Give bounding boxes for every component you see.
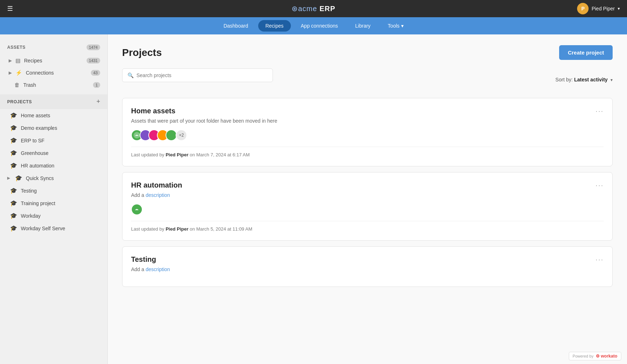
search-bar[interactable]: 🔍 (122, 68, 273, 82)
trash-icon: 🗑 (14, 82, 20, 88)
project-item-workday[interactable]: 🎓 Workday (0, 209, 107, 222)
project-label-quick-syncs: Quick Syncs (26, 175, 54, 181)
card-title-testing: Testing (131, 255, 156, 264)
avatar-hr-1 (131, 204, 143, 215)
user-menu[interactable]: P Pied Piper ▾ (577, 3, 620, 14)
sort-chevron-icon: ▾ (610, 77, 613, 82)
project-label-training-project: Training project (21, 200, 55, 206)
avatar-extra-count: +2 (176, 129, 187, 141)
sort-label: Sort by: Latest activity (556, 77, 609, 82)
project-icon-hr-automation: 🎓 (10, 162, 17, 169)
project-label-demo-examples: Demo examples (21, 125, 57, 131)
main-layout: ASSETS 1474 ▶ ▤ Recipes 1431 ▶ ⚡ Connect… (0, 34, 627, 364)
card-divider-hr-automation (131, 221, 604, 221)
card-header-testing: Testing ··· (131, 255, 604, 264)
card-divider-home-assets (131, 147, 604, 147)
app-logo: ⊛acme ERP (292, 4, 335, 13)
project-icon-greenhouse: 🎓 (10, 150, 17, 156)
project-icon-workday-self-serve: 🎓 (10, 225, 17, 232)
card-menu-testing[interactable]: ··· (595, 255, 604, 264)
card-menu-home-assets[interactable]: ··· (595, 107, 604, 115)
card-title-home-assets: Home assets (131, 107, 175, 115)
project-item-hr-automation[interactable]: 🎓 HR automation (0, 159, 107, 172)
connections-icon: ⚡ (15, 70, 22, 76)
recipes-expand-icon: ▶ (9, 58, 12, 63)
add-project-button[interactable]: + (96, 98, 100, 105)
sort-control[interactable]: Sort by: Latest activity ▾ (556, 76, 613, 83)
trash-count-badge: 1 (93, 82, 100, 88)
sidebar: ASSETS 1474 ▶ ▤ Recipes 1431 ▶ ⚡ Connect… (0, 34, 108, 364)
add-description-link-testing[interactable]: description (145, 266, 170, 272)
project-icon-testing: 🎓 (10, 187, 17, 194)
subnav: Dashboard Recipes App connections Librar… (0, 17, 627, 34)
page-header: Projects Create project (122, 45, 613, 60)
card-title-hr-automation: HR automation (131, 181, 182, 189)
project-label-workday: Workday (21, 213, 41, 219)
recipes-count-badge: 1431 (87, 58, 100, 63)
project-icon-quick-syncs: 🎓 (15, 175, 22, 181)
subnav-recipes[interactable]: Recipes (258, 20, 291, 32)
assets-section-header: ASSETS 1474 (0, 42, 107, 53)
sidebar-item-trash[interactable]: 🗑 Trash 1 (0, 79, 107, 91)
project-label-testing: Testing (21, 188, 37, 194)
user-name-label: Pied Piper (591, 6, 615, 11)
powered-by-label: Powered by (573, 354, 594, 358)
page-title: Projects (122, 47, 162, 58)
project-icon-home-assets: 🎓 (10, 112, 17, 119)
user-chevron-icon: ▾ (618, 6, 620, 11)
add-description-link-hr[interactable]: description (145, 192, 170, 198)
project-item-quick-syncs[interactable]: ▶ 🎓 Quick Syncs (0, 172, 107, 184)
projects-section-label: PROJECTS (7, 99, 32, 104)
project-item-greenhouse[interactable]: 🎓 Greenhouse (0, 147, 107, 159)
project-label-workday-self-serve: Workday Self Serve (21, 226, 65, 231)
card-header-hr-automation: HR automation ··· (131, 181, 604, 189)
project-icon-demo-examples: 🎓 (10, 124, 17, 131)
project-card-home-assets: Home assets ··· Assets that were part of… (122, 98, 613, 166)
search-sort-row: 🔍 Sort by: Latest activity ▾ (122, 68, 613, 91)
hamburger-menu[interactable]: ☰ (7, 5, 13, 13)
topbar: ☰ ⊛acme ERP P Pied Piper ▾ (0, 0, 627, 17)
project-icon-training-project: 🎓 (10, 200, 17, 207)
subnav-dashboard[interactable]: Dashboard (216, 20, 255, 32)
subnav-app-connections[interactable]: App connections (294, 20, 345, 32)
main-content: Projects Create project 🔍 Sort by: Lates… (108, 34, 627, 364)
recipes-icon: ▤ (15, 57, 20, 64)
subnav-tools[interactable]: Tools ▾ (381, 20, 411, 32)
card-avatars-home-assets: +2 (131, 129, 604, 141)
sidebar-item-connections[interactable]: ▶ ⚡ Connections 43 (0, 67, 107, 79)
powered-by-badge: Powered by ⚙ workato (569, 352, 621, 360)
assets-label: ASSETS (7, 45, 25, 50)
card-footer-hr-automation: Last updated by Pied Piper on March 5, 2… (131, 226, 604, 232)
project-icon-workday: 🎓 (10, 212, 17, 219)
card-avatars-hr-automation (131, 204, 604, 215)
project-item-erp-to-sf[interactable]: 🎓 ERP to SF (0, 134, 107, 147)
search-input[interactable] (136, 72, 268, 78)
sidebar-item-recipes[interactable]: ▶ ▤ Recipes 1431 (0, 55, 107, 67)
create-project-button[interactable]: Create project (559, 45, 613, 60)
projects-section-header: PROJECTS + (0, 94, 107, 109)
connections-count-badge: 43 (91, 70, 100, 76)
card-desc-testing: Add a description (131, 266, 604, 272)
avatar: P (577, 3, 589, 14)
project-label-erp-to-sf: ERP to SF (21, 138, 45, 143)
search-icon: 🔍 (127, 72, 134, 78)
subnav-library[interactable]: Library (348, 20, 378, 32)
card-header-home-assets: Home assets ··· (131, 107, 604, 115)
project-item-demo-examples[interactable]: 🎓 Demo examples (0, 122, 107, 134)
project-item-workday-self-serve[interactable]: 🎓 Workday Self Serve (0, 222, 107, 235)
card-menu-hr-automation[interactable]: ··· (595, 181, 604, 189)
project-item-home-assets[interactable]: 🎓 Home assets (0, 109, 107, 122)
card-desc-home-assets: Assets that were part of your root folde… (131, 118, 604, 124)
recipes-label: Recipes (24, 58, 42, 63)
project-card-testing: Testing ··· Add a description (122, 246, 613, 287)
project-card-hr-automation: HR automation ··· Add a description Last… (122, 172, 613, 241)
project-label-home-assets: Home assets (21, 113, 50, 118)
project-label-hr-automation: HR automation (21, 163, 54, 169)
trash-label: Trash (23, 82, 36, 88)
workato-logo: ⚙ workato (596, 354, 617, 359)
project-item-training-project[interactable]: 🎓 Training project (0, 197, 107, 209)
project-label-greenhouse: Greenhouse (21, 150, 48, 156)
project-item-testing[interactable]: 🎓 Testing (0, 184, 107, 197)
tools-chevron-icon: ▾ (401, 23, 404, 29)
project-icon-erp-to-sf: 🎓 (10, 137, 17, 144)
